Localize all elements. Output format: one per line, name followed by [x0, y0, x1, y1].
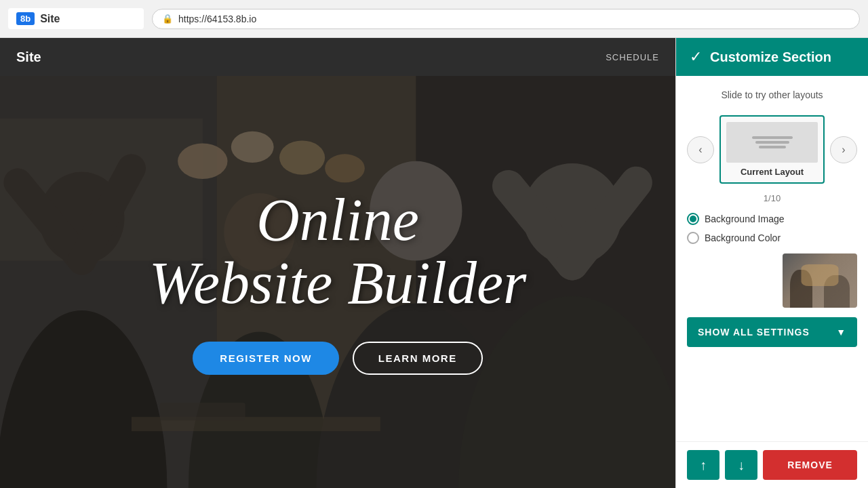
- hero-content: Online Website Builder REGISTER NOW LEAR…: [149, 189, 526, 375]
- right-panel: ✓ Customize Section Slide to try other l…: [675, 38, 868, 488]
- learn-more-button[interactable]: LEARN MORE: [353, 342, 483, 375]
- move-down-button[interactable]: ↓: [725, 450, 757, 480]
- site-nav-link-schedule[interactable]: SCHEDULE: [606, 52, 659, 62]
- browser-logo: 8b Site: [8, 8, 144, 29]
- show-all-chevron-icon: ▼: [836, 327, 846, 338]
- bg-thumbnail[interactable]: [783, 253, 857, 308]
- remove-button[interactable]: REMOVE: [763, 450, 857, 480]
- site-nav-logo: Site: [16, 49, 41, 65]
- pagination: 1/10: [687, 193, 857, 203]
- bg-image-radio[interactable]: [687, 213, 699, 225]
- panel-body: Slide to try other layouts ‹ Current Lay…: [676, 76, 868, 441]
- layout-line-3: [759, 146, 786, 148]
- site-title: Site: [40, 13, 60, 25]
- bg-color-option[interactable]: Background Color: [687, 232, 857, 244]
- layout-line-2: [755, 141, 789, 144]
- check-icon: ✓: [690, 48, 702, 66]
- hero-title-line2: Website Builder: [149, 252, 526, 314]
- bg-options: Background Image Background Color: [687, 213, 857, 244]
- hero-section: Online Website Builder REGISTER NOW LEAR…: [0, 76, 675, 488]
- url-text: https://64153.8b.io: [178, 14, 256, 24]
- thumb-hands: [802, 264, 839, 286]
- logo-badge: 8b: [16, 12, 35, 25]
- layout-carousel: ‹ Current Layout ›: [687, 115, 857, 184]
- main-area: Site SCHEDULE: [0, 38, 868, 488]
- panel-footer: ↑ ↓ REMOVE: [676, 441, 868, 488]
- register-button[interactable]: REGISTER NOW: [193, 342, 339, 375]
- preview-area: Site SCHEDULE: [0, 38, 675, 488]
- hero-title-line1: Online: [149, 189, 526, 251]
- browser-bar: 8b Site 🔒 https://64153.8b.io: [0, 0, 868, 38]
- hero-buttons: REGISTER NOW LEARN MORE: [149, 342, 526, 375]
- layout-line-1: [752, 136, 793, 139]
- bg-color-radio[interactable]: [687, 232, 699, 244]
- down-arrow-icon: ↓: [738, 458, 745, 473]
- layout-preview-text-sim: [752, 136, 793, 148]
- lock-icon: 🔒: [162, 14, 173, 24]
- address-bar[interactable]: 🔒 https://64153.8b.io: [152, 9, 860, 29]
- panel-title: Customize Section: [710, 49, 831, 65]
- site-nav: Site SCHEDULE: [0, 38, 675, 76]
- carousel-next-button[interactable]: ›: [830, 136, 857, 163]
- carousel-prev-button[interactable]: ‹: [687, 136, 714, 163]
- bg-image-option[interactable]: Background Image: [687, 213, 857, 225]
- layout-preview-box: Current Layout: [719, 115, 825, 184]
- bg-color-label: Background Color: [705, 232, 781, 243]
- move-up-button[interactable]: ↑: [687, 450, 719, 480]
- slide-hint: Slide to try other layouts: [687, 87, 857, 106]
- layout-label: Current Layout: [741, 167, 804, 177]
- layout-preview-inner: [726, 122, 818, 163]
- bg-thumbnail-image: [783, 253, 857, 308]
- panel-header: ✓ Customize Section: [676, 38, 868, 76]
- show-all-settings-button[interactable]: SHOW ALL SETTINGS ▼: [687, 317, 857, 347]
- bg-image-label: Background Image: [705, 214, 785, 224]
- up-arrow-icon: ↑: [700, 458, 707, 473]
- site-nav-links: SCHEDULE: [606, 52, 659, 62]
- show-all-label: SHOW ALL SETTINGS: [698, 327, 810, 338]
